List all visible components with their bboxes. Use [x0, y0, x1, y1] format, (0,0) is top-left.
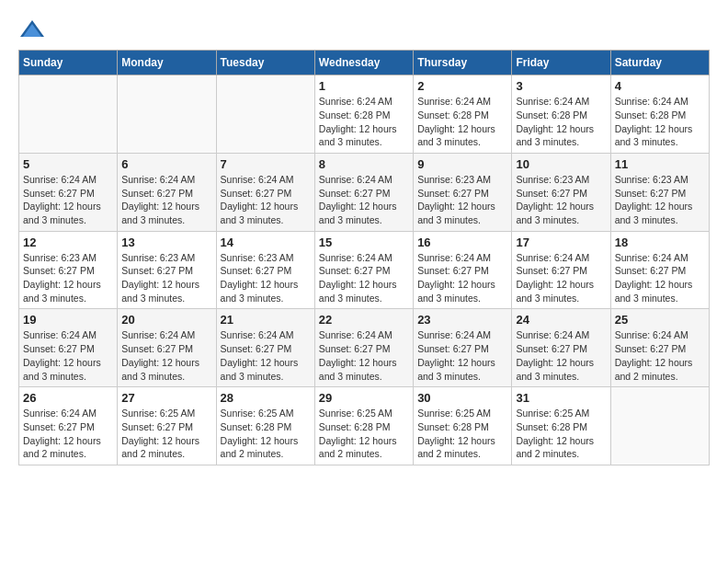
week-row-1: 1Sunrise: 6:24 AMSunset: 6:28 PMDaylight…: [19, 75, 710, 154]
weekday-header-thursday: Thursday: [414, 51, 512, 75]
day-cell-26: 26Sunrise: 6:24 AMSunset: 6:27 PMDayligh…: [19, 387, 118, 465]
day-info: Sunrise: 6:24 AMSunset: 6:27 PMDaylight:…: [221, 328, 311, 383]
day-info: Sunrise: 6:25 AMSunset: 6:28 PMDaylight:…: [417, 407, 507, 461]
empty-cell: [216, 75, 314, 154]
day-info: Sunrise: 6:25 AMSunset: 6:27 PMDaylight:…: [121, 407, 211, 461]
day-number: 31: [516, 391, 606, 405]
day-cell-6: 6Sunrise: 6:24 AMSunset: 6:27 PMDaylight…: [118, 153, 216, 231]
logo-icon: [18, 18, 46, 40]
day-number: 27: [121, 391, 211, 405]
calendar-table: SundayMondayTuesdayWednesdayThursdayFrid…: [18, 50, 710, 465]
day-cell-17: 17Sunrise: 6:24 AMSunset: 6:27 PMDayligh…: [512, 231, 610, 309]
day-cell-12: 12Sunrise: 6:23 AMSunset: 6:27 PMDayligh…: [19, 231, 118, 309]
day-number: 10: [516, 157, 606, 171]
day-info: Sunrise: 6:24 AMSunset: 6:28 PMDaylight:…: [417, 95, 507, 149]
day-info: Sunrise: 6:24 AMSunset: 6:27 PMDaylight:…: [221, 173, 311, 227]
weekday-header-monday: Monday: [118, 51, 216, 75]
day-info: Sunrise: 6:24 AMSunset: 6:27 PMDaylight:…: [319, 251, 409, 305]
day-info: Sunrise: 6:23 AMSunset: 6:27 PMDaylight:…: [221, 251, 311, 305]
page-header: [18, 18, 710, 40]
logo: [18, 18, 50, 40]
week-row-5: 26Sunrise: 6:24 AMSunset: 6:27 PMDayligh…: [19, 387, 710, 465]
day-number: 28: [221, 391, 311, 405]
day-number: 15: [319, 236, 409, 249]
day-cell-16: 16Sunrise: 6:24 AMSunset: 6:27 PMDayligh…: [414, 231, 512, 309]
day-number: 30: [417, 391, 507, 405]
day-info: Sunrise: 6:24 AMSunset: 6:27 PMDaylight:…: [516, 328, 606, 383]
day-number: 29: [319, 391, 409, 405]
day-cell-11: 11Sunrise: 6:23 AMSunset: 6:27 PMDayligh…: [610, 153, 709, 231]
day-info: Sunrise: 6:24 AMSunset: 6:27 PMDaylight:…: [23, 407, 113, 461]
day-number: 16: [417, 236, 507, 249]
day-number: 13: [121, 236, 211, 249]
day-info: Sunrise: 6:24 AMSunset: 6:27 PMDaylight:…: [417, 328, 507, 383]
day-number: 23: [417, 313, 507, 327]
week-row-2: 5Sunrise: 6:24 AMSunset: 6:27 PMDaylight…: [19, 153, 710, 231]
day-info: Sunrise: 6:23 AMSunset: 6:27 PMDaylight:…: [121, 251, 211, 305]
empty-cell: [610, 387, 709, 465]
weekday-header-row: SundayMondayTuesdayWednesdayThursdayFrid…: [19, 51, 710, 75]
day-number: 20: [121, 313, 211, 327]
day-info: Sunrise: 6:23 AMSunset: 6:27 PMDaylight:…: [23, 251, 113, 305]
day-number: 8: [319, 157, 409, 171]
day-cell-10: 10Sunrise: 6:23 AMSunset: 6:27 PMDayligh…: [512, 153, 610, 231]
day-number: 22: [319, 313, 409, 327]
day-info: Sunrise: 6:24 AMSunset: 6:27 PMDaylight:…: [319, 328, 409, 383]
day-info: Sunrise: 6:24 AMSunset: 6:27 PMDaylight:…: [516, 251, 606, 305]
day-cell-20: 20Sunrise: 6:24 AMSunset: 6:27 PMDayligh…: [118, 309, 216, 387]
day-number: 6: [121, 157, 211, 171]
day-cell-14: 14Sunrise: 6:23 AMSunset: 6:27 PMDayligh…: [216, 231, 314, 309]
day-info: Sunrise: 6:23 AMSunset: 6:27 PMDaylight:…: [615, 173, 705, 227]
day-number: 5: [23, 157, 113, 171]
day-cell-1: 1Sunrise: 6:24 AMSunset: 6:28 PMDaylight…: [314, 75, 413, 154]
day-cell-13: 13Sunrise: 6:23 AMSunset: 6:27 PMDayligh…: [118, 231, 216, 309]
day-cell-29: 29Sunrise: 6:25 AMSunset: 6:28 PMDayligh…: [314, 387, 413, 465]
day-number: 24: [516, 313, 606, 327]
weekday-header-sunday: Sunday: [19, 51, 118, 75]
day-number: 7: [221, 157, 311, 171]
day-info: Sunrise: 6:24 AMSunset: 6:27 PMDaylight:…: [615, 328, 705, 383]
week-row-3: 12Sunrise: 6:23 AMSunset: 6:27 PMDayligh…: [19, 231, 710, 309]
day-cell-4: 4Sunrise: 6:24 AMSunset: 6:28 PMDaylight…: [610, 75, 709, 154]
day-number: 26: [23, 391, 113, 405]
day-number: 25: [615, 313, 705, 327]
day-cell-22: 22Sunrise: 6:24 AMSunset: 6:27 PMDayligh…: [314, 309, 413, 387]
day-cell-7: 7Sunrise: 6:24 AMSunset: 6:27 PMDaylight…: [216, 153, 314, 231]
day-info: Sunrise: 6:24 AMSunset: 6:27 PMDaylight:…: [121, 328, 211, 383]
day-cell-24: 24Sunrise: 6:24 AMSunset: 6:27 PMDayligh…: [512, 309, 610, 387]
day-info: Sunrise: 6:25 AMSunset: 6:28 PMDaylight:…: [319, 407, 409, 461]
day-cell-28: 28Sunrise: 6:25 AMSunset: 6:28 PMDayligh…: [216, 387, 314, 465]
day-cell-19: 19Sunrise: 6:24 AMSunset: 6:27 PMDayligh…: [19, 309, 118, 387]
weekday-header-tuesday: Tuesday: [216, 51, 314, 75]
day-info: Sunrise: 6:24 AMSunset: 6:28 PMDaylight:…: [319, 95, 409, 149]
day-cell-5: 5Sunrise: 6:24 AMSunset: 6:27 PMDaylight…: [19, 153, 118, 231]
weekday-header-friday: Friday: [512, 51, 610, 75]
day-info: Sunrise: 6:24 AMSunset: 6:27 PMDaylight:…: [615, 251, 705, 305]
day-cell-9: 9Sunrise: 6:23 AMSunset: 6:27 PMDaylight…: [414, 153, 512, 231]
day-info: Sunrise: 6:24 AMSunset: 6:27 PMDaylight:…: [417, 251, 507, 305]
day-number: 17: [516, 236, 606, 249]
day-number: 21: [221, 313, 311, 327]
day-number: 9: [417, 157, 507, 171]
day-info: Sunrise: 6:23 AMSunset: 6:27 PMDaylight:…: [417, 173, 507, 227]
week-row-4: 19Sunrise: 6:24 AMSunset: 6:27 PMDayligh…: [19, 309, 710, 387]
day-info: Sunrise: 6:24 AMSunset: 6:27 PMDaylight:…: [121, 173, 211, 227]
day-cell-31: 31Sunrise: 6:25 AMSunset: 6:28 PMDayligh…: [512, 387, 610, 465]
day-cell-8: 8Sunrise: 6:24 AMSunset: 6:27 PMDaylight…: [314, 153, 413, 231]
day-number: 12: [23, 236, 113, 249]
day-number: 4: [615, 79, 705, 93]
day-info: Sunrise: 6:25 AMSunset: 6:28 PMDaylight:…: [221, 407, 311, 461]
day-cell-21: 21Sunrise: 6:24 AMSunset: 6:27 PMDayligh…: [216, 309, 314, 387]
day-info: Sunrise: 6:24 AMSunset: 6:27 PMDaylight:…: [23, 173, 113, 227]
day-number: 2: [417, 79, 507, 93]
weekday-header-saturday: Saturday: [610, 51, 709, 75]
day-cell-23: 23Sunrise: 6:24 AMSunset: 6:27 PMDayligh…: [414, 309, 512, 387]
day-cell-3: 3Sunrise: 6:24 AMSunset: 6:28 PMDaylight…: [512, 75, 610, 154]
day-info: Sunrise: 6:25 AMSunset: 6:28 PMDaylight:…: [516, 407, 606, 461]
day-cell-30: 30Sunrise: 6:25 AMSunset: 6:28 PMDayligh…: [414, 387, 512, 465]
day-info: Sunrise: 6:24 AMSunset: 6:27 PMDaylight:…: [319, 173, 409, 227]
day-cell-27: 27Sunrise: 6:25 AMSunset: 6:27 PMDayligh…: [118, 387, 216, 465]
day-cell-25: 25Sunrise: 6:24 AMSunset: 6:27 PMDayligh…: [610, 309, 709, 387]
empty-cell: [118, 75, 216, 154]
day-number: 1: [319, 79, 409, 93]
